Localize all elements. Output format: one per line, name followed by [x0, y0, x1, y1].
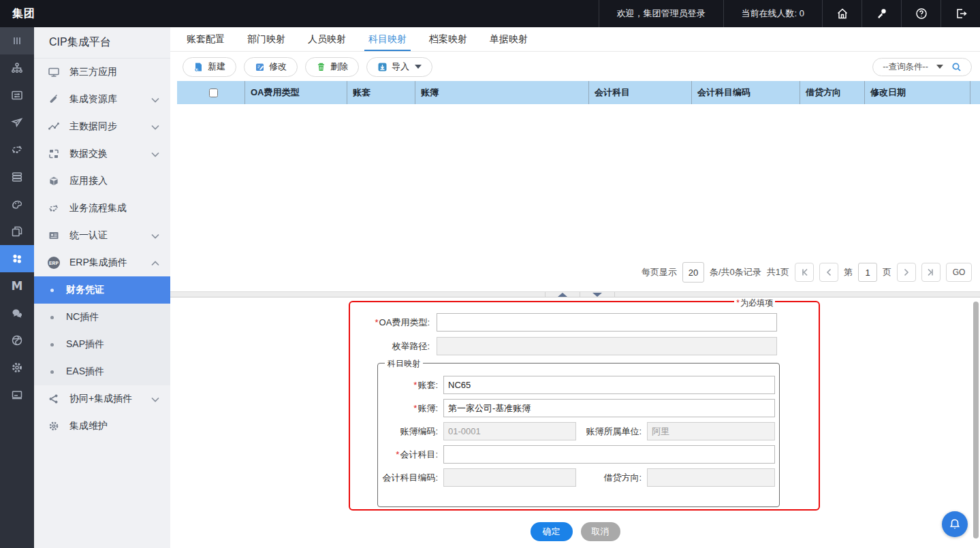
- fieldset-legend: 科目映射: [385, 358, 423, 370]
- enum-path-label: 枚举路径:: [350, 340, 430, 353]
- sidebar-item-unified-auth[interactable]: 统一认证: [34, 222, 170, 249]
- subject-mapping-fieldset: 科目映射 *账套: *账簿: 账簿编码: 账簿所属单位: *会计科目:: [377, 363, 780, 507]
- home-button[interactable]: [822, 0, 862, 27]
- chevron-down-icon: [151, 97, 159, 103]
- triangle-up-icon: [558, 293, 567, 297]
- sidebar-subitem-financial-voucher[interactable]: 财务凭证: [34, 276, 170, 304]
- collapse-menu-button[interactable]: [0, 27, 34, 54]
- sidebar-item-resource-library[interactable]: 集成资源库: [34, 86, 170, 113]
- strip-item-chat[interactable]: [0, 300, 34, 327]
- sidebar-item-label: 数据交换: [69, 148, 108, 160]
- tab-archive-mapping[interactable]: 档案映射: [425, 27, 471, 51]
- form-button-row: 确定 取消: [170, 522, 980, 541]
- brand-title: 集团: [12, 7, 35, 21]
- sidebar-item-master-data-sync[interactable]: 主数据同步: [34, 113, 170, 140]
- logout-button[interactable]: [941, 0, 980, 27]
- required-note: *为必填项: [734, 297, 775, 309]
- strip-item-terminal[interactable]: [0, 381, 34, 408]
- pagination: 每页显示 条/共0条记录 共1页 第 页 GO: [636, 255, 972, 289]
- select-all-checkbox[interactable]: [209, 88, 218, 97]
- strip-item-sync[interactable]: [0, 136, 34, 163]
- book-code-label: 账簿编码:: [378, 425, 438, 438]
- enum-path-input: [437, 337, 777, 355]
- col-account-book: 账簿: [415, 81, 589, 104]
- strip-item-documents[interactable]: [0, 218, 34, 245]
- strip-item-send[interactable]: [0, 109, 34, 136]
- subject-input[interactable]: [443, 445, 775, 464]
- sidebar-item-erp-plugins[interactable]: ERP ERP集成插件: [34, 249, 170, 276]
- cancel-button[interactable]: 取消: [581, 522, 620, 541]
- send-icon: [10, 116, 24, 129]
- edit-button[interactable]: 修改: [244, 57, 298, 77]
- online-count: 当前在线人数: 0: [723, 0, 822, 27]
- query-caret-icon: [936, 65, 943, 69]
- edit-icon: [255, 62, 265, 72]
- splitter-collapse-down-button[interactable]: [580, 292, 615, 297]
- panel-splitter[interactable]: [170, 291, 980, 297]
- sidebar-subitem-nc-plugin[interactable]: NC插件: [34, 304, 170, 331]
- tab-department-mapping[interactable]: 部门映射: [243, 27, 289, 51]
- sidebar-item-third-party-apps[interactable]: 第三方应用: [34, 59, 170, 86]
- next-page-button[interactable]: [897, 263, 916, 282]
- notification-fab[interactable]: [942, 511, 968, 537]
- key-icon: [875, 7, 889, 20]
- strip-item-m-app[interactable]: M: [0, 272, 34, 300]
- home-icon: [836, 7, 849, 20]
- strip-item-gear[interactable]: [0, 354, 34, 381]
- first-page-button[interactable]: [795, 263, 814, 282]
- oa-type-input[interactable]: [437, 313, 777, 332]
- confirm-button[interactable]: 确定: [531, 522, 573, 541]
- bullet-icon: [50, 343, 54, 346]
- scrollbar-thumb[interactable]: [973, 302, 979, 538]
- book-code-input: [443, 422, 576, 440]
- sidebar-item-collab-plugins[interactable]: 协同+集成插件: [34, 385, 170, 413]
- tab-subject-mapping[interactable]: 科目映射: [364, 27, 411, 51]
- tab-document-mapping[interactable]: 单据映射: [486, 27, 532, 51]
- sidebar-item-data-exchange[interactable]: 数据交换: [34, 140, 170, 167]
- prev-page-button[interactable]: [819, 263, 838, 282]
- sidebar-item-integration-maintenance[interactable]: 集成维护: [34, 413, 170, 440]
- org-tree-icon: [10, 61, 24, 75]
- strip-item-palette[interactable]: [0, 191, 34, 218]
- strip-item-org-tree[interactable]: [0, 54, 34, 82]
- header-checkbox-cell: [177, 81, 245, 104]
- tab-account-set-config[interactable]: 账套配置: [183, 27, 229, 51]
- erp-badge-icon: ERP: [48, 257, 60, 269]
- sidebar-item-process-integration[interactable]: 业务流程集成: [34, 195, 170, 222]
- total-pages-text: 共1页: [767, 266, 789, 278]
- per-page-label: 每页显示: [642, 266, 677, 278]
- sidebar-subitem-sap-plugin[interactable]: SAP插件: [34, 331, 170, 358]
- account-set-label: *账套:: [378, 379, 438, 391]
- subject-label: *会计科目:: [378, 449, 438, 461]
- go-button[interactable]: GO: [946, 263, 972, 282]
- chevron-down-icon: [151, 152, 159, 157]
- sidebar-subitem-label: NC插件: [66, 311, 99, 323]
- per-page-input[interactable]: [682, 262, 704, 283]
- account-book-input[interactable]: [443, 399, 775, 417]
- tab-personnel-mapping[interactable]: 人员映射: [304, 27, 350, 51]
- password-button[interactable]: [862, 0, 901, 27]
- help-button[interactable]: [901, 0, 941, 27]
- sidebar-item-app-access[interactable]: 应用接入: [34, 167, 170, 195]
- sidebar-subitem-eas-plugin[interactable]: EAS插件: [34, 358, 170, 385]
- strip-item-apps-selected[interactable]: [0, 245, 34, 272]
- new-button[interactable]: 新建: [183, 57, 236, 77]
- strip-item-integration[interactable]: [0, 82, 34, 109]
- account-set-input[interactable]: [443, 376, 775, 394]
- table-header: OA费用类型 账套 账簿 会计科目 会计科目编码 借贷方向 修改日期: [177, 81, 980, 104]
- query-condition-select[interactable]: --查询条件--: [872, 58, 972, 76]
- last-page-button[interactable]: [921, 263, 941, 282]
- plug-icon: [48, 93, 60, 106]
- monitor-icon: [48, 66, 60, 78]
- toolbar: 新建 修改 删除 导入 --查询条件--: [170, 52, 980, 81]
- delete-button[interactable]: 删除: [305, 57, 359, 77]
- strip-item-swirl[interactable]: [0, 327, 34, 354]
- sidebar-item-label: 集成维护: [69, 420, 108, 432]
- sidebar-subitem-label: EAS插件: [66, 366, 104, 378]
- page-number-input[interactable]: [858, 263, 877, 282]
- sidebar: CIP集成平台 第三方应用 集成资源库 主数据同步 数据交换 应用接入 业务流程…: [34, 27, 170, 548]
- strip-item-layers[interactable]: [0, 163, 34, 191]
- chart-icon: [48, 120, 60, 133]
- import-button[interactable]: 导入: [366, 57, 432, 77]
- splitter-expand-up-button[interactable]: [545, 292, 580, 297]
